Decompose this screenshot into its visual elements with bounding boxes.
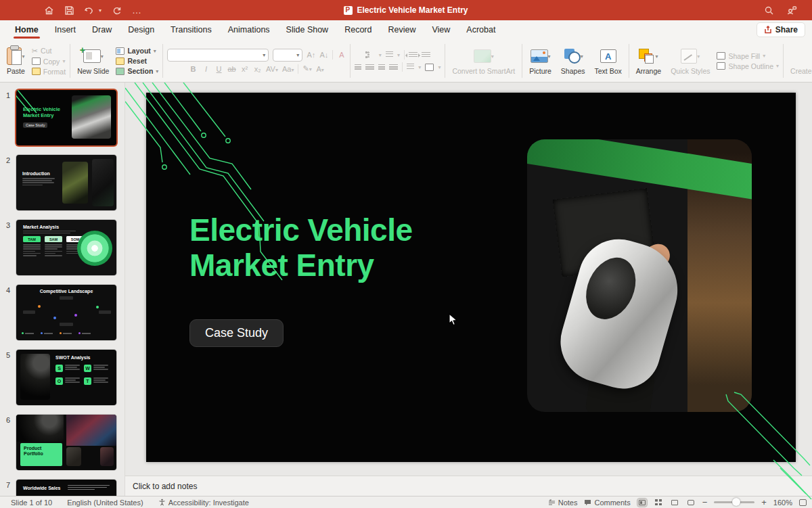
- paste-button[interactable]: ▾ Paste: [4, 45, 28, 77]
- character-spacing-button[interactable]: AV▾: [266, 65, 278, 73]
- smartart-icon: [474, 49, 491, 63]
- redo-icon[interactable]: [111, 5, 122, 16]
- undo-caret-icon[interactable]: ▾: [99, 7, 102, 14]
- tab-slideshow[interactable]: Slide Show: [278, 22, 337, 38]
- clipboard-group: ▾ Paste ✂Cut Copy▾ Format: [4, 41, 66, 80]
- tab-transitions[interactable]: Transitions: [162, 22, 220, 38]
- slide-canvas[interactable]: Electric Vehicle Market Entry Case Study: [146, 93, 796, 462]
- convert-smartart-button[interactable]: ▾ Convert to SmartArt: [449, 45, 518, 77]
- layout-button[interactable]: Layout▾: [116, 47, 158, 55]
- subscript-button[interactable]: x₂: [253, 65, 262, 73]
- tab-design[interactable]: Design: [120, 22, 162, 38]
- underline-button[interactable]: U: [215, 65, 223, 73]
- strikethrough-button[interactable]: ab: [227, 65, 236, 73]
- accessibility-status[interactable]: Accessibility: Investigate: [158, 499, 249, 507]
- arrange-button[interactable]: ▾ Arrange: [633, 45, 664, 77]
- slide-thumbnail-1[interactable]: Electric Vehicle Market Entry Case Study: [16, 90, 116, 145]
- create-pdf-button[interactable]: Create PDF and share link: [788, 45, 812, 77]
- format-painter-button[interactable]: Format: [32, 68, 66, 76]
- more-icon[interactable]: …: [131, 5, 142, 16]
- grow-font-button[interactable]: A↑: [307, 51, 315, 59]
- swot-s: S: [55, 365, 63, 372]
- zoom-level-label[interactable]: 160%: [773, 499, 792, 507]
- language-label[interactable]: English (United States): [67, 499, 143, 507]
- align-left-icon[interactable]: [355, 64, 361, 70]
- slide-title-textbox[interactable]: Electric Vehicle Market Entry: [189, 213, 413, 283]
- save-icon[interactable]: [64, 5, 74, 16]
- font-size-select[interactable]: ▾: [273, 49, 302, 62]
- zoom-slider[interactable]: [714, 501, 754, 503]
- editing-canvas[interactable]: Electric Vehicle Market Entry Case Study: [125, 83, 812, 476]
- shrink-font-button[interactable]: A↓: [319, 51, 328, 59]
- new-slide-button[interactable]: ▾ New Slide: [74, 45, 112, 77]
- reading-view-button[interactable]: [670, 499, 679, 507]
- bold-button[interactable]: B: [189, 65, 198, 73]
- change-case-button[interactable]: Aa▾: [282, 65, 294, 73]
- copy-button[interactable]: Copy▾: [32, 57, 66, 66]
- undo-icon[interactable]: [84, 5, 95, 16]
- slide-thumbnail-3[interactable]: Market Analysis TAM SAM SOM: [16, 220, 116, 275]
- shapes-button[interactable]: ▾ Shapes: [558, 45, 588, 77]
- slide-thumbnail-2[interactable]: Introduction: [16, 155, 116, 210]
- superscript-button[interactable]: x²: [240, 65, 249, 73]
- increase-indent-icon[interactable]: [422, 52, 430, 58]
- decrease-indent-icon[interactable]: [409, 52, 418, 58]
- quick-styles-button[interactable]: ▾ Quick Styles: [668, 45, 713, 77]
- slide-thumbnail-5[interactable]: SWOT Analysis S W O T: [16, 350, 116, 405]
- tab-acrobat[interactable]: Acrobat: [458, 22, 503, 38]
- fit-to-window-button[interactable]: [799, 499, 807, 506]
- zoom-out-button[interactable]: −: [702, 497, 708, 507]
- notes-area[interactable]: Click to add notes: [125, 476, 812, 496]
- thumb6-photo-top: [16, 415, 64, 442]
- tab-view[interactable]: View: [424, 22, 458, 38]
- font-color-button[interactable]: A▾: [316, 65, 325, 73]
- bullets-icon[interactable]: [365, 51, 375, 58]
- shape-fill-icon: [717, 52, 725, 60]
- tab-animations[interactable]: Animations: [220, 22, 278, 38]
- cut-button[interactable]: ✂Cut: [32, 47, 66, 55]
- picture-button[interactable]: ▾ Picture: [526, 45, 554, 77]
- highlight-button[interactable]: ✎▾: [302, 64, 311, 73]
- italic-button[interactable]: I: [202, 65, 210, 73]
- shape-fill-button[interactable]: Shape Fill▾: [717, 52, 779, 60]
- zoom-slider-knob[interactable]: [732, 498, 740, 506]
- swot-w: W: [84, 365, 91, 372]
- slide-thumbnail-6[interactable]: Product Portfolio: [16, 415, 116, 470]
- numbering-icon[interactable]: [386, 51, 393, 58]
- home-icon[interactable]: [43, 5, 54, 16]
- slideshow-view-button[interactable]: [686, 499, 696, 507]
- tab-review[interactable]: Review: [380, 22, 424, 38]
- line-spacing-icon[interactable]: [407, 64, 414, 70]
- zoom-in-button[interactable]: +: [761, 497, 767, 507]
- thumbnail-number: 5: [0, 350, 16, 405]
- comments-toggle[interactable]: Comments: [584, 499, 630, 507]
- align-center-icon[interactable]: [365, 64, 374, 70]
- tab-insert[interactable]: Insert: [47, 22, 84, 38]
- tab-home[interactable]: Home: [7, 22, 47, 38]
- shape-outline-button[interactable]: Shape Outline▾: [717, 62, 779, 70]
- justify-icon[interactable]: [389, 64, 398, 70]
- slide-thumbnail-7[interactable]: Worldwide Sales: [16, 480, 116, 496]
- clear-formatting-button[interactable]: A: [337, 51, 346, 59]
- reset-button[interactable]: Reset: [116, 57, 158, 65]
- slide-thumbnail-4[interactable]: Competitive Landscape: [16, 285, 116, 340]
- ev-charger-photo[interactable]: [527, 139, 752, 412]
- slides-group: ▾ New Slide Layout▾ Reset Section▾: [74, 41, 158, 80]
- case-study-badge[interactable]: Case Study: [189, 319, 284, 347]
- section-button[interactable]: Section▾: [116, 67, 158, 75]
- slide-sorter-view-button[interactable]: [654, 499, 663, 507]
- search-icon[interactable]: [763, 5, 774, 16]
- font-family-select[interactable]: ▾: [167, 49, 269, 62]
- text-box-button[interactable]: A Text Box: [591, 45, 624, 77]
- tab-record[interactable]: Record: [336, 22, 380, 38]
- arrange-icon: [639, 49, 655, 64]
- tab-draw[interactable]: Draw: [84, 22, 120, 38]
- align-right-icon[interactable]: [378, 64, 385, 70]
- share-button[interactable]: Share: [757, 22, 805, 37]
- collaborate-icon[interactable]: [786, 5, 797, 16]
- thumb1-title-line1: Electric Vehicle: [23, 106, 60, 112]
- notes-toggle[interactable]: Notes: [548, 499, 578, 507]
- thumb2-photo-2: [92, 159, 114, 206]
- columns-icon[interactable]: [425, 64, 434, 71]
- normal-view-button[interactable]: [637, 499, 647, 507]
